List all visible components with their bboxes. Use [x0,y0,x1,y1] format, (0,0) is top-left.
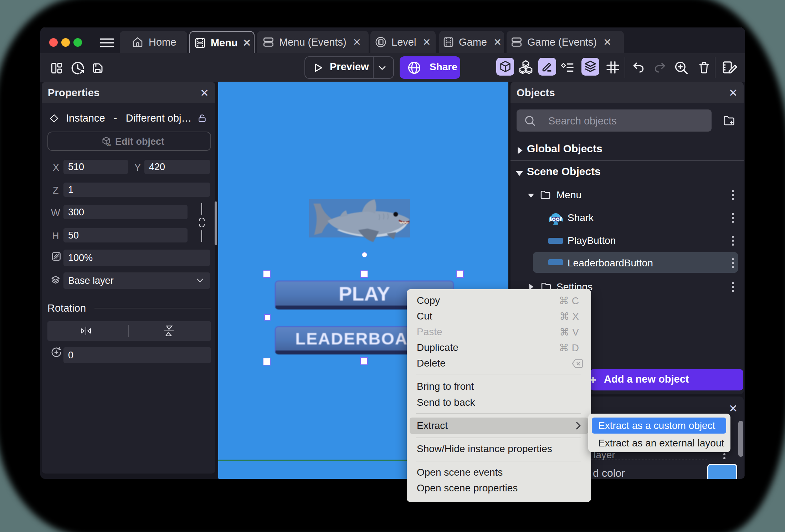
svg-text:2D: 2D [107,143,111,147]
